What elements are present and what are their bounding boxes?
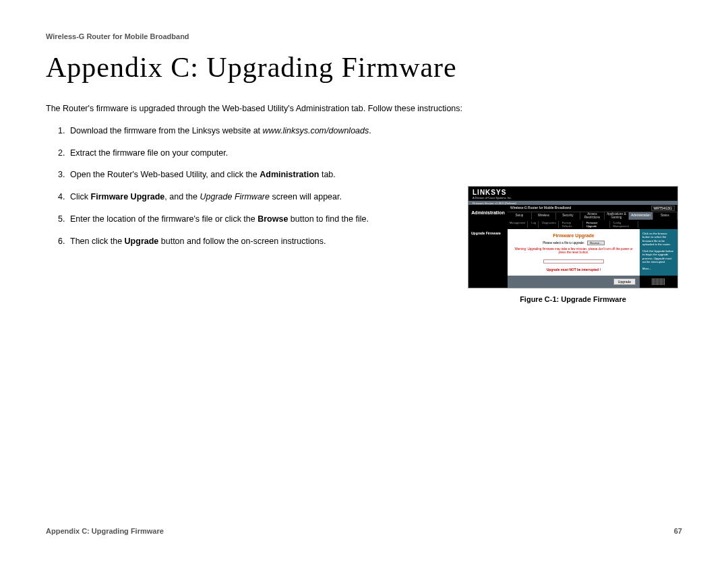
page-title: Appendix C: Upgrading Firmware [46, 51, 682, 84]
help-text-1: Click on the browse button to select the… [642, 232, 675, 247]
tab-administration[interactable]: Administration [629, 212, 653, 220]
browse-button[interactable]: Browse... [587, 241, 604, 245]
help-more-link[interactable]: More... [642, 267, 675, 270]
model-label: WRT54G3G [651, 206, 675, 211]
device-title: Wireless-G Router for Mobile Broadband [510, 206, 571, 211]
step-3: Open the Router's Web-based Utility, and… [67, 168, 682, 181]
footer-title: Appendix C: Upgrading Firmware [46, 527, 164, 535]
figure-caption: Figure C-1: Upgrade Firmware [468, 295, 678, 303]
subtab-management[interactable]: Management [508, 221, 528, 228]
help-sidebar: Click on the browse button to select the… [640, 229, 677, 276]
file-select-label: Please select a file to upgrade: [543, 241, 584, 245]
warning-text: Warning: Upgrading firmware may take a f… [513, 247, 634, 254]
subtab-log[interactable]: Log [529, 221, 539, 228]
upgrade-button[interactable]: Upgrade [613, 278, 636, 285]
logo-subtitle: A Division of Cisco Systems, Inc. [473, 196, 673, 199]
subtab-firmware-upgrade[interactable]: Firmware Upgrade [584, 221, 610, 228]
main-tabs: Setup Wireless Security Access Restricti… [508, 212, 677, 220]
body-section-label: Upgrade Firmware [468, 229, 508, 276]
tab-wireless[interactable]: Wireless [532, 212, 556, 220]
tab-setup[interactable]: Setup [508, 212, 532, 220]
nav-area: Administration Wireless-G Router for Mob… [468, 205, 677, 220]
page-number: 67 [674, 527, 682, 535]
linksys-logo: LINKSYS [473, 189, 506, 196]
router-screenshot: LINKSYS A Division of Cisco Systems, Inc… [468, 186, 678, 288]
tab-status[interactable]: Status [653, 212, 677, 220]
step-1: Download the firmware from the Linksys w… [67, 125, 682, 137]
footer-spacer [468, 276, 508, 288]
subtab-diagnostics[interactable]: Diagnostics [540, 221, 559, 228]
tab-access-restrictions[interactable]: Access Restrictions [580, 212, 605, 220]
screenshot-header: LINKSYS A Division of Cisco Systems, Inc… [468, 187, 677, 201]
step-2: Extract the firmware file on your comput… [67, 147, 682, 160]
panel-title: Firmware Upgrade [513, 233, 634, 238]
interrupt-warning: Upgrade must NOT be interrupted ! [513, 268, 634, 272]
subtab-config-management[interactable]: Config Management [611, 221, 638, 228]
nav-section-label: Administration [468, 205, 508, 220]
firmware-upgrade-panel: Firmware Upgrade Please select a file to… [508, 229, 640, 276]
file-path-input[interactable] [543, 259, 604, 263]
tab-applications-gaming[interactable]: Applications & Gaming [605, 212, 629, 220]
cisco-logo-icon [652, 278, 665, 285]
help-text-2: Click the Upgrade button to begin the up… [642, 249, 675, 264]
figure-c1: LINKSYS A Division of Cisco Systems, Inc… [468, 186, 678, 303]
tab-security[interactable]: Security [556, 212, 580, 220]
page-header: Wireless-G Router for Mobile Broadband [46, 32, 682, 40]
sub-tabs: Management Log Diagnostics Factory Defau… [468, 220, 677, 229]
intro-paragraph: The Router's firmware is upgraded throug… [46, 102, 682, 115]
page-footer: Appendix C: Upgrading Firmware 67 [46, 527, 682, 535]
subtab-factory-defaults[interactable]: Factory Defaults [560, 221, 583, 228]
